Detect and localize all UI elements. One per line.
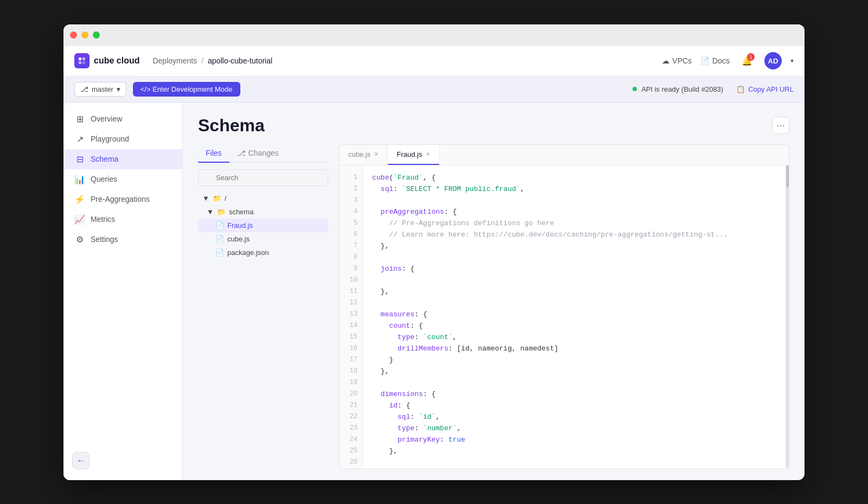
copy-api-label: Copy API URL xyxy=(748,85,794,93)
queries-icon: 📊 xyxy=(74,174,85,184)
app-window: cube cloud Deployments / apollo-cube-tut… xyxy=(63,24,805,480)
editor-tab-label: cube.js xyxy=(348,150,371,158)
sidebar-item-label: Settings xyxy=(91,235,118,244)
content-area: Schema ⋯ Files ⎇ Changes xyxy=(183,103,805,480)
tree-file-label: package.json xyxy=(227,248,269,257)
logo[interactable]: cube cloud xyxy=(74,53,139,68)
editor-tab-cube-js[interactable]: cube.js ✕ xyxy=(340,145,388,165)
sidebar-item-playground[interactable]: ↗ Playground xyxy=(63,129,182,149)
tree-root[interactable]: ▼ 📁 / xyxy=(198,192,328,205)
close-button[interactable] xyxy=(70,31,77,39)
editor-tab-fraud-js[interactable]: Fraud.js ✕ xyxy=(388,145,439,165)
notification-button[interactable]: 🔔 1 xyxy=(738,52,756,69)
folder-collapse-icon: ▼ xyxy=(202,194,209,202)
tree-file-package-json[interactable]: 📄 package.json xyxy=(198,246,328,259)
maximize-button[interactable] xyxy=(93,31,100,39)
breadcrumb-separator: / xyxy=(201,56,203,65)
close-tab-fraud-js[interactable]: ✕ xyxy=(425,151,430,158)
sidebar-item-label: Queries xyxy=(91,175,117,183)
logo-text: cube cloud xyxy=(94,56,139,66)
collapse-icon: ← xyxy=(76,456,85,465)
tree-file-label: Fraud.js xyxy=(227,221,253,229)
more-options-button[interactable]: ⋯ xyxy=(772,117,789,134)
vpcs-label: VPCs xyxy=(672,56,692,65)
docs-label: Docs xyxy=(712,56,730,65)
scrollbar[interactable] xyxy=(786,165,789,469)
scrollbar-thumb[interactable] xyxy=(786,165,789,187)
tab-changes[interactable]: ⎇ Changes xyxy=(229,144,286,163)
sidebar-item-settings[interactable]: ⚙ Settings xyxy=(63,229,182,250)
tree-schema-label: schema xyxy=(229,208,254,216)
sidebar-item-label: Metrics xyxy=(91,215,115,224)
schema-content: Files ⎇ Changes 🔍 ▼ xyxy=(183,144,805,480)
breadcrumb-current: apollo-cube-tutorial xyxy=(208,56,272,65)
playground-icon: ↗ xyxy=(74,134,85,144)
code-content[interactable]: cube(`Fraud`, { sql: `SELECT * FROM publ… xyxy=(363,165,786,469)
sidebar-item-pre-aggregations[interactable]: ⚡ Pre-Aggregations xyxy=(63,189,182,209)
file-tree: ▼ 📁 / ▼ 📁 schema 📄 Fr xyxy=(198,192,328,480)
file-icon: 📄 xyxy=(215,248,224,257)
branch-chevron-icon: ▾ xyxy=(117,85,120,93)
line-numbers: 1234567891011121314151617181920212223242… xyxy=(340,165,363,469)
svg-rect-2 xyxy=(79,61,81,64)
api-status: API is ready (Build #2083) 📋 Copy API UR… xyxy=(633,85,794,93)
tree-schema-folder[interactable]: ▼ 📁 schema xyxy=(198,205,328,219)
close-tab-cube-js[interactable]: ✕ xyxy=(374,151,379,158)
svg-rect-0 xyxy=(79,58,81,60)
dev-mode-label: </> Enter Development Mode xyxy=(141,85,233,93)
avatar[interactable]: AD xyxy=(764,52,782,69)
branch-button[interactable]: ⎇ master ▾ xyxy=(74,82,126,97)
settings-icon: ⚙ xyxy=(74,234,85,245)
sidebar-item-metrics[interactable]: 📈 Metrics xyxy=(63,209,182,229)
page-title: Schema xyxy=(198,116,265,136)
overview-icon: ⊞ xyxy=(74,114,85,124)
changes-icon: ⎇ xyxy=(237,149,246,157)
copy-api-button[interactable]: 📋 Copy API URL xyxy=(736,85,794,93)
svg-rect-1 xyxy=(82,58,85,60)
tab-changes-label: Changes xyxy=(248,149,279,157)
svg-rect-3 xyxy=(82,61,85,64)
page-header: Schema ⋯ xyxy=(183,103,805,144)
breadcrumb: Deployments / apollo-cube-tutorial xyxy=(152,56,272,65)
tree-file-cube-js[interactable]: 📄 cube.js xyxy=(198,232,328,246)
docs-link[interactable]: 📄 Docs xyxy=(700,56,730,65)
file-icon: 📄 xyxy=(215,235,224,243)
schema-icon: ⊟ xyxy=(74,154,85,164)
sidebar-collapse-button[interactable]: ← xyxy=(72,452,90,469)
sidebar-navigation: ⊞ Overview ↗ Playground ⊟ Schema 📊 Queri… xyxy=(63,103,182,480)
sidebar-item-overview[interactable]: ⊞ Overview xyxy=(63,109,182,129)
tab-files[interactable]: Files xyxy=(198,144,229,163)
status-dot xyxy=(633,87,637,91)
sidebar-item-queries[interactable]: 📊 Queries xyxy=(63,169,182,189)
cloud-icon: ☁ xyxy=(662,56,669,65)
chevron-down-icon[interactable]: ▾ xyxy=(790,57,794,65)
file-panel: Files ⎇ Changes 🔍 ▼ xyxy=(198,144,328,480)
logo-icon xyxy=(74,53,90,68)
copy-icon: 📋 xyxy=(736,85,745,93)
main-layout: ⊞ Overview ↗ Playground ⊟ Schema 📊 Queri… xyxy=(63,103,805,480)
vpcs-link[interactable]: ☁ VPCs xyxy=(662,56,692,65)
file-icon: 📄 xyxy=(215,221,224,229)
sidebar-item-label: Playground xyxy=(91,135,129,143)
editor-tab-label: Fraud.js xyxy=(397,150,422,158)
titlebar xyxy=(63,24,805,46)
dev-mode-button[interactable]: </> Enter Development Mode xyxy=(133,82,240,97)
minimize-button[interactable] xyxy=(81,31,88,39)
breadcrumb-root[interactable]: Deployments xyxy=(152,56,197,65)
tree-file-fraud-js[interactable]: 📄 Fraud.js xyxy=(198,219,328,232)
preagg-icon: ⚡ xyxy=(74,194,85,205)
branch-label: master xyxy=(92,85,113,93)
sidebar-item-label: Schema xyxy=(91,155,118,163)
sidebar-item-schema[interactable]: ⊟ Schema xyxy=(63,149,182,169)
tree-root-label: / xyxy=(225,194,227,202)
metrics-icon: 📈 xyxy=(74,214,85,225)
editor-tabs: cube.js ✕ Fraud.js ✕ xyxy=(340,145,789,165)
sidebar-item-label: Overview xyxy=(91,114,122,123)
folder-icon: 📁 xyxy=(217,208,226,216)
topnav-right: ☁ VPCs 📄 Docs 🔔 1 AD ▾ xyxy=(662,52,794,69)
file-search-input[interactable] xyxy=(198,169,328,186)
sidebar-item-label: Pre-Aggregations xyxy=(91,195,150,203)
code-editor: cube.js ✕ Fraud.js ✕ 1234567891011121314… xyxy=(339,144,789,469)
git-icon: ⎇ xyxy=(80,85,88,93)
folder-collapse-icon: ▼ xyxy=(207,208,214,216)
